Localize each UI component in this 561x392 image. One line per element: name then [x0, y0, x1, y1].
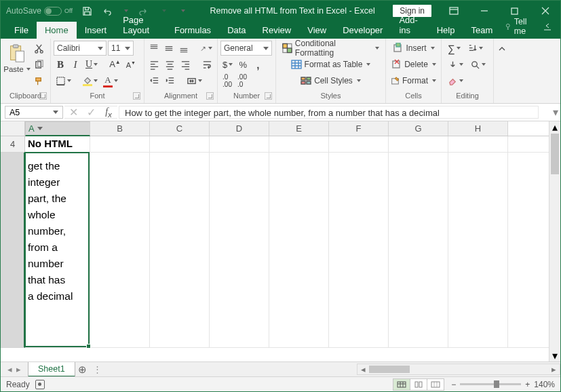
- align-top-button[interactable]: [147, 41, 161, 56]
- cell[interactable]: [269, 153, 329, 347]
- cell[interactable]: [90, 153, 150, 347]
- horizontal-scrollbar[interactable]: ◂ ▸: [357, 364, 560, 375]
- enter-formula-button[interactable]: ✓: [82, 106, 100, 119]
- italic-button[interactable]: I: [69, 57, 82, 72]
- sheet-tab[interactable]: Sheet1: [28, 362, 75, 377]
- copy-button[interactable]: [32, 57, 46, 72]
- tab-home[interactable]: Home: [37, 22, 77, 39]
- format-cells-button[interactable]: Format: [389, 73, 438, 88]
- collapse-ribbon-button[interactable]: [495, 41, 509, 56]
- save-button[interactable]: [78, 1, 97, 21]
- dialog-launcher-icon[interactable]: [206, 92, 214, 100]
- find-select-button[interactable]: [468, 57, 488, 72]
- accounting-format-button[interactable]: $: [220, 57, 235, 72]
- increase-decimal-button[interactable]: .0.00: [220, 73, 234, 88]
- format-painter-button[interactable]: [32, 73, 46, 88]
- column-header[interactable]: H: [448, 121, 508, 136]
- tab-developer[interactable]: Developer: [334, 22, 391, 39]
- scroll-thumb[interactable]: [551, 134, 559, 174]
- dialog-launcher-icon[interactable]: [133, 92, 140, 100]
- select-all-corner[interactable]: [1, 121, 25, 136]
- cell[interactable]: [210, 153, 269, 347]
- scroll-down-button[interactable]: ▾: [549, 350, 560, 361]
- zoom-out-button[interactable]: −: [451, 380, 456, 389]
- column-header[interactable]: F: [329, 121, 389, 136]
- sort-filter-button[interactable]: [465, 41, 485, 56]
- cell[interactable]: [448, 153, 508, 347]
- page-layout-view-button[interactable]: [410, 378, 427, 391]
- macro-record-button[interactable]: [35, 380, 45, 389]
- share-button[interactable]: [541, 21, 555, 32]
- redo-dropdown[interactable]: [154, 1, 173, 21]
- percent-button[interactable]: %: [236, 57, 250, 72]
- increase-indent-button[interactable]: [163, 73, 177, 88]
- vertical-scrollbar[interactable]: ▴ ▾: [549, 121, 560, 361]
- align-middle-button[interactable]: [162, 41, 176, 56]
- cell[interactable]: No HTML: [25, 136, 90, 152]
- cell-styles-button[interactable]: Cell Styles: [279, 73, 383, 88]
- sheet-nav-prev[interactable]: ◂: [7, 364, 12, 374]
- normal-view-button[interactable]: [393, 378, 410, 391]
- name-box[interactable]: A5: [5, 106, 63, 119]
- row-header[interactable]: [1, 153, 25, 348]
- zoom-in-button[interactable]: +: [525, 380, 530, 389]
- scroll-up-button[interactable]: ▴: [549, 121, 560, 133]
- dialog-launcher-icon[interactable]: [39, 92, 47, 100]
- undo-button[interactable]: [97, 1, 116, 21]
- cell[interactable]: [150, 136, 210, 152]
- increase-font-button[interactable]: A▲: [107, 57, 123, 72]
- bold-button[interactable]: B: [54, 57, 67, 72]
- column-header[interactable]: G: [389, 121, 448, 136]
- align-bottom-button[interactable]: [177, 41, 191, 56]
- align-right-button[interactable]: [178, 57, 193, 72]
- merge-center-button[interactable]: [185, 73, 204, 88]
- decrease-indent-button[interactable]: [147, 73, 161, 88]
- tab-help[interactable]: Help: [429, 22, 463, 39]
- decrease-decimal-button[interactable]: .00.0: [235, 73, 249, 88]
- format-as-table-button[interactable]: Format as Table: [279, 57, 383, 72]
- scroll-left-button[interactable]: ◂: [357, 364, 369, 374]
- cancel-formula-button[interactable]: ✕: [64, 106, 82, 119]
- tab-view[interactable]: View: [299, 22, 334, 39]
- worksheet-grid[interactable]: ABCDEFGH 4 No HTMLget theintegerpart, th…: [1, 121, 560, 361]
- minimize-button[interactable]: [469, 1, 499, 21]
- new-sheet-button[interactable]: ⊕: [75, 364, 90, 376]
- column-header[interactable]: C: [150, 121, 210, 136]
- fill-button[interactable]: [446, 57, 465, 72]
- cells-area[interactable]: No HTMLget theintegerpart, thewholenumbe…: [25, 136, 560, 348]
- cell[interactable]: [90, 136, 150, 152]
- scroll-thumb[interactable]: [369, 366, 410, 373]
- number-format-select[interactable]: General: [220, 41, 272, 56]
- align-left-button[interactable]: [147, 57, 161, 72]
- insert-function-button[interactable]: fx: [100, 106, 117, 119]
- fill-color-button[interactable]: [81, 73, 100, 88]
- qat-customize[interactable]: [173, 1, 192, 21]
- cell[interactable]: [329, 153, 389, 347]
- column-header[interactable]: E: [269, 121, 329, 136]
- scroll-right-button[interactable]: ▸: [548, 364, 560, 374]
- tab-data[interactable]: Data: [219, 22, 254, 39]
- tell-me[interactable]: Tell me: [501, 14, 538, 39]
- column-header[interactable]: B: [90, 121, 150, 136]
- tab-formulas[interactable]: Formulas: [166, 22, 219, 39]
- comma-button[interactable]: ,: [251, 57, 265, 72]
- clear-button[interactable]: [446, 73, 465, 88]
- zoom-level[interactable]: 140%: [534, 380, 555, 389]
- autosum-button[interactable]: ∑: [446, 41, 463, 56]
- wrap-text-button[interactable]: [200, 57, 214, 72]
- conditional-formatting-button[interactable]: Conditional Formatting: [279, 41, 383, 56]
- paste-button[interactable]: Paste: [3, 41, 31, 92]
- cell[interactable]: [150, 153, 210, 347]
- borders-button[interactable]: [54, 73, 73, 88]
- column-header[interactable]: D: [210, 121, 269, 136]
- cell[interactable]: [329, 136, 389, 152]
- cell[interactable]: [389, 136, 448, 152]
- font-name-select[interactable]: Calibri: [54, 41, 107, 56]
- cell[interactable]: get theintegerpart, thewholenumber,from …: [25, 153, 90, 347]
- cell[interactable]: [389, 153, 448, 347]
- font-color-button[interactable]: A: [101, 73, 120, 88]
- page-break-view-button[interactable]: [427, 378, 444, 391]
- tab-addins[interactable]: Add-ins: [391, 12, 428, 39]
- insert-cells-button[interactable]: Insert: [389, 41, 438, 56]
- orientation-button[interactable]: [198, 41, 214, 56]
